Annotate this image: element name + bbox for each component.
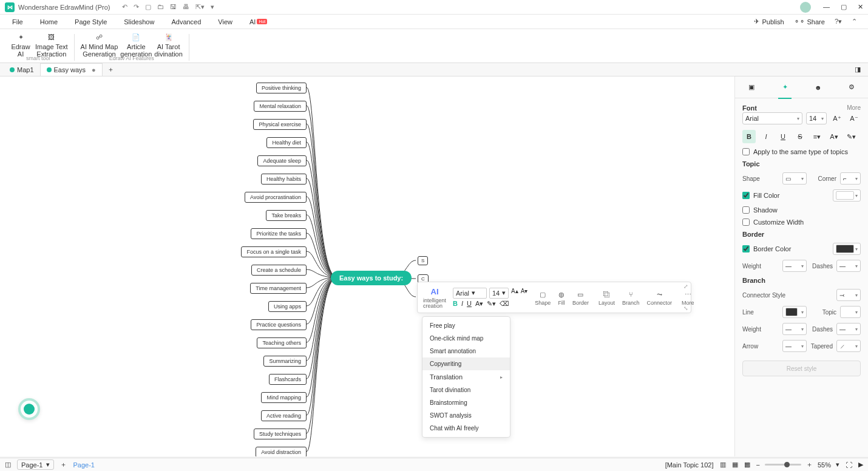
open-icon[interactable]: 🗀 <box>157 3 164 11</box>
border-color-checkbox[interactable]: Border Color▾ <box>742 243 861 255</box>
article-generation-button[interactable]: 📄Articlegeneration <box>120 32 152 58</box>
ai-menu-translation[interactable]: Translation▸ <box>422 370 510 384</box>
panel-tab-topic[interactable]: ▣ <box>742 78 761 97</box>
menu-page-style[interactable]: Page Style <box>66 15 115 29</box>
undo-icon[interactable]: ↶ <box>122 3 127 11</box>
shape-button[interactable]: ▢Shape <box>532 289 553 306</box>
decrease-font-icon[interactable]: A▾ <box>521 288 528 299</box>
fit-page-icon[interactable]: ▦ <box>732 461 738 469</box>
highlight-button[interactable]: ✎▾ <box>487 300 496 308</box>
zoom-out-button[interactable]: − <box>756 461 760 469</box>
fill-color-select[interactable]: ▾ <box>833 189 861 202</box>
more-button[interactable]: ⋯More <box>679 289 697 306</box>
border-dashes-select[interactable]: —▾ <box>836 260 861 272</box>
connector-button[interactable]: ⤳Connector <box>644 289 674 306</box>
italic-button[interactable]: I <box>461 300 463 308</box>
close-icon[interactable]: ✕ <box>858 3 863 11</box>
child-node[interactable]: Take breaks <box>266 210 307 221</box>
tab-map1[interactable]: Map1 <box>4 63 40 76</box>
child-node[interactable]: Mind mapping <box>261 392 307 403</box>
menu-advanced[interactable]: Advanced <box>163 15 209 29</box>
ai-menu-chat[interactable]: Chat with AI freely <box>422 422 510 435</box>
menu-file[interactable]: File <box>4 15 32 29</box>
qat-more-icon[interactable]: ▾ <box>211 3 214 11</box>
tab-easy-ways[interactable]: Easy ways● <box>40 63 103 76</box>
ai-menu-tarot[interactable]: Tarot divination <box>422 384 510 396</box>
increase-font-icon[interactable]: A▴ <box>511 288 518 299</box>
pin-icon[interactable]: ⤢ <box>683 283 688 290</box>
ai-mindmap-button[interactable]: ☍AI Mind MapGeneration <box>81 32 118 58</box>
underline-button[interactable]: U <box>467 300 472 308</box>
branch-topic-select[interactable]: ▾ <box>840 306 861 318</box>
branch-button[interactable]: ⑂Branch <box>620 289 642 306</box>
ai-menu-brainstorming[interactable]: Brainstorming <box>422 396 510 409</box>
line-color-select[interactable]: ▾ <box>782 306 807 318</box>
child-node[interactable]: Adequate sleep <box>257 155 307 166</box>
more-link[interactable]: More <box>847 104 861 111</box>
font-family-select[interactable]: Arial▾ <box>742 112 802 124</box>
child-node[interactable]: S <box>418 256 428 265</box>
child-node[interactable]: Prioritize the tasks <box>251 228 307 239</box>
bold-button[interactable]: B <box>742 130 756 143</box>
user-avatar[interactable] <box>800 2 811 13</box>
panel-tab-style[interactable]: ✦ <box>776 78 794 97</box>
zoom-slider[interactable] <box>765 464 801 466</box>
share-button[interactable]: ⚬⚬Share <box>794 18 825 25</box>
branch-dashes-select[interactable]: —▾ <box>836 323 861 335</box>
ai-menu-free-play[interactable]: Free play <box>422 319 510 332</box>
child-node[interactable]: Practice questions <box>251 319 307 330</box>
print-icon[interactable]: 🖶 <box>183 3 189 11</box>
menu-view[interactable]: View <box>209 15 241 29</box>
new-icon[interactable]: ▢ <box>145 3 151 11</box>
outline-icon[interactable]: ◫ <box>5 461 11 469</box>
border-button[interactable]: ▭Border <box>570 289 591 306</box>
fit-content-icon[interactable]: ▩ <box>744 461 750 469</box>
branch-weight-select[interactable]: —▾ <box>782 323 807 335</box>
child-node[interactable]: Healthy diet <box>266 137 307 148</box>
fill-button[interactable]: ◍Fill <box>555 289 568 306</box>
border-color-select[interactable]: ▾ <box>833 243 861 255</box>
export-icon[interactable]: ⇱▾ <box>195 3 205 11</box>
increase-font-button[interactable]: A⁺ <box>830 112 844 125</box>
root-node[interactable]: Easy ways to study: <box>331 271 412 285</box>
child-node[interactable]: Focus on a single task <box>241 246 307 257</box>
save-icon[interactable]: 🖫 <box>170 3 177 11</box>
ai-menu-smart-annotation[interactable]: Smart annotation <box>422 345 510 357</box>
fullscreen-icon[interactable]: ⛶ <box>846 461 852 469</box>
toggle-panel-button[interactable]: ◨ <box>851 66 864 73</box>
customize-width-checkbox[interactable]: Customize Width <box>742 219 861 226</box>
apply-same-type-checkbox[interactable]: Apply to the same type of topics <box>742 148 861 155</box>
child-node[interactable]: Physical exercise <box>253 119 307 130</box>
corner-select[interactable]: ⌐▾ <box>840 172 861 185</box>
font-color-button[interactable]: A▾ <box>827 130 841 143</box>
maximize-icon[interactable]: ▢ <box>841 3 847 11</box>
font-size-select[interactable]: 14▾ <box>489 288 509 299</box>
italic-button[interactable]: I <box>759 130 773 143</box>
panel-tab-settings[interactable]: ⚙ <box>843 78 861 97</box>
ai-creation-button[interactable]: AI intelligent creation <box>421 286 448 309</box>
image-text-extraction-button[interactable]: 🖾Image TextExtraction <box>35 32 68 58</box>
mindmap-canvas[interactable]: Easy ways to study: Positive thinkingMen… <box>0 76 734 456</box>
minimize-icon[interactable]: — <box>823 3 830 11</box>
zoom-in-button[interactable]: ＋ <box>806 460 813 469</box>
child-node[interactable]: Create a schedule <box>251 265 307 276</box>
child-node[interactable]: Active reading <box>261 410 307 421</box>
shadow-checkbox[interactable]: Shadow <box>742 206 861 214</box>
ai-menu-copywriting[interactable]: Copywriting <box>422 357 510 370</box>
fit-width-icon[interactable]: ▥ <box>720 461 726 469</box>
child-node[interactable]: Positive thinking <box>256 83 307 93</box>
menu-ai[interactable]: AIHot <box>241 15 276 29</box>
child-node[interactable]: Healthy habits <box>261 174 307 185</box>
child-node[interactable]: Using apps <box>268 301 307 312</box>
reset-style-button[interactable]: Reset style <box>742 361 861 376</box>
redo-icon[interactable]: ↷ <box>134 3 139 11</box>
menu-home[interactable]: Home <box>32 15 66 29</box>
panel-tab-tag[interactable]: ☻ <box>809 78 827 97</box>
help-dropdown[interactable]: ?▾ <box>835 18 842 25</box>
ai-menu-swot[interactable]: SWOT analysis <box>422 409 510 422</box>
menu-slideshow[interactable]: Slideshow <box>115 15 163 29</box>
add-page-button[interactable]: ＋ <box>60 460 67 469</box>
ai-menu-one-click[interactable]: One-click mind map <box>422 332 510 345</box>
layout-button[interactable]: ⿻Layout <box>596 289 617 306</box>
child-node[interactable]: Avoid procrastination <box>245 192 307 203</box>
